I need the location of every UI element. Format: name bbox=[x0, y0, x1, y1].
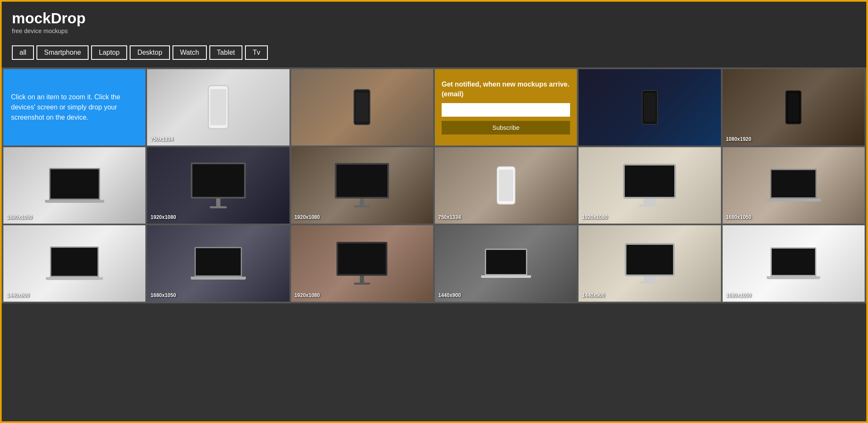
size-label-8: 1680x1050 bbox=[726, 214, 751, 220]
size-label-3: 1680x1050 bbox=[7, 214, 32, 220]
notify-email-input[interactable] bbox=[442, 103, 570, 117]
filter-laptop-button[interactable]: Laptop bbox=[91, 45, 127, 60]
mockup-phone-coffee[interactable]: 750x1334 bbox=[435, 147, 577, 224]
mockup-imac-desk2[interactable]: 1440x900 bbox=[579, 225, 721, 302]
filter-watch-button[interactable]: Watch bbox=[172, 45, 207, 60]
mockup-phone-white-hand[interactable]: 750x1334 bbox=[147, 69, 289, 146]
mockup-laptop-desk[interactable]: 1680x1050 bbox=[3, 147, 145, 224]
mockup-laptop-working[interactable]: 1680x1050 bbox=[723, 225, 865, 302]
filter-tv-button[interactable]: Tv bbox=[245, 45, 268, 60]
size-label-11: 1920x1080 bbox=[295, 292, 320, 298]
size-label-6: 750x1334 bbox=[438, 214, 461, 220]
mockup-monitor-table[interactable]: 1920x1080 bbox=[291, 147, 433, 224]
mockup-grid: Click on an item to zoom it. Click the d… bbox=[2, 67, 866, 303]
mockup-imac-desk[interactable]: 1920x1080 bbox=[579, 147, 721, 224]
mockup-monitor-dark[interactable]: 1920x1080 bbox=[291, 225, 433, 302]
filter-all-button[interactable]: all bbox=[12, 45, 34, 60]
filter-desktop-button[interactable]: Desktop bbox=[130, 45, 170, 60]
notify-heading: Get notified, when new mockups arrive. (… bbox=[442, 80, 570, 99]
site-title: mockDrop bbox=[12, 10, 856, 27]
mockup-phone-dark-hands[interactable]: 1080x1920 bbox=[723, 69, 865, 146]
filter-tablet-button[interactable]: Tablet bbox=[209, 45, 243, 60]
size-label: 750x1334 bbox=[150, 136, 173, 142]
subscribe-button[interactable]: Subscribe bbox=[442, 121, 570, 134]
size-label-12: 1440x900 bbox=[438, 292, 461, 298]
filter-bar: all Smartphone Laptop Desktop Watch Tabl… bbox=[2, 41, 866, 67]
size-label-10: 1680x1050 bbox=[150, 292, 176, 298]
notify-box: Get notified, when new mockups arrive. (… bbox=[435, 69, 577, 146]
mockup-laptop-notebook[interactable]: 1440x900 bbox=[3, 225, 145, 302]
site-header: mockDrop free device mockups bbox=[2, 2, 866, 41]
mockup-phone-table[interactable] bbox=[291, 69, 433, 146]
mockup-laptop-person[interactable]: 1680x1050 bbox=[723, 147, 865, 224]
mockup-laptop-window[interactable]: 1440x900 bbox=[435, 225, 577, 302]
info-text: Click on an item to zoom it. Click the d… bbox=[11, 92, 138, 123]
info-box: Click on an item to zoom it. Click the d… bbox=[3, 69, 145, 146]
mockup-laptop-sofa[interactable]: 1680x1050 bbox=[147, 225, 289, 302]
size-label-5: 1920x1080 bbox=[295, 214, 320, 220]
size-label-4: 1920x1080 bbox=[150, 214, 176, 220]
mockup-phone-vr[interactable] bbox=[579, 69, 721, 146]
size-label-13: 1440x900 bbox=[582, 292, 604, 298]
size-label-7: 1920x1080 bbox=[582, 214, 607, 220]
size-label-2: 1080x1920 bbox=[726, 136, 751, 142]
mockup-monitor-large[interactable]: 1920x1080 bbox=[147, 147, 289, 224]
size-label-9: 1440x900 bbox=[7, 292, 29, 298]
site-subtitle: free device mockups bbox=[12, 28, 856, 34]
filter-smartphone-button[interactable]: Smartphone bbox=[36, 45, 89, 60]
size-label-14: 1680x1050 bbox=[726, 292, 751, 298]
